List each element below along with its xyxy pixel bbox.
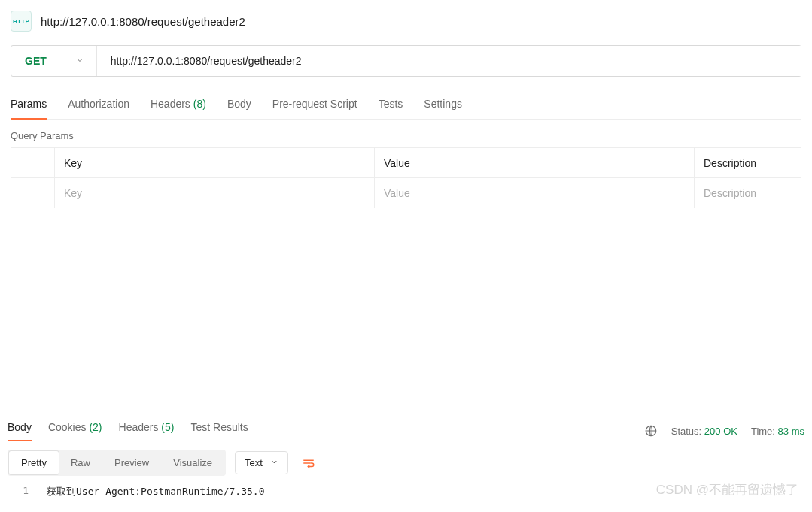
request-tabs: Params Authorization Headers (8) Body Pr… — [11, 98, 801, 120]
tab-headers-label: Headers — [151, 98, 190, 110]
value-header: Value — [375, 148, 695, 178]
tab-headers[interactable]: Headers (8) — [151, 98, 206, 119]
method-select[interactable]: GET — [11, 46, 97, 76]
response-body: 1 获取到User-Agent:PostmanRuntime/7.35.0 — [8, 485, 804, 498]
query-params-table: Key Value Description — [11, 147, 801, 208]
request-title-row: HTTP http://127.0.0.1:8080/request/gethe… — [11, 0, 801, 45]
status-value: 200 OK — [704, 426, 737, 437]
query-params-label: Query Params — [11, 130, 801, 141]
view-row: Pretty Raw Preview Visualize Text — [8, 450, 804, 476]
resp-tab-body[interactable]: Body — [8, 421, 32, 441]
chevron-down-icon — [75, 56, 84, 67]
http-badge-icon: HTTP — [11, 11, 32, 32]
time-label: Time: 83 ms — [751, 426, 804, 437]
view-pretty-button[interactable]: Pretty — [9, 451, 59, 474]
resp-tab-headers[interactable]: Headers (5) — [119, 421, 175, 441]
format-select[interactable]: Text — [235, 451, 288, 474]
tab-authorization[interactable]: Authorization — [68, 98, 129, 119]
wrap-icon — [302, 456, 315, 470]
tab-body[interactable]: Body — [227, 98, 251, 119]
description-input[interactable] — [704, 178, 801, 208]
key-header: Key — [55, 148, 375, 178]
time-label-text: Time: — [751, 426, 775, 437]
format-label: Text — [245, 457, 263, 468]
response-body-text[interactable]: 获取到User-Agent:PostmanRuntime/7.35.0 — [47, 485, 264, 498]
resp-tab-cookies-count: (2) — [89, 421, 102, 433]
line-number: 1 — [8, 485, 29, 498]
http-badge-text: HTTP — [13, 18, 29, 25]
tab-settings[interactable]: Settings — [424, 98, 462, 119]
view-segment: Pretty Raw Preview Visualize — [8, 450, 226, 476]
response-area: Body Cookies (2) Headers (5) Test Result… — [0, 421, 812, 512]
resp-tab-headers-label: Headers — [119, 421, 159, 433]
resp-tab-headers-count: (5) — [161, 421, 174, 433]
resp-tab-cookies-label: Cookies — [48, 421, 87, 433]
status-label: Status: 200 OK — [671, 426, 737, 437]
view-preview-button[interactable]: Preview — [102, 451, 161, 474]
view-visualize-button[interactable]: Visualize — [161, 451, 224, 474]
url-input[interactable] — [97, 46, 801, 76]
checkbox-header — [11, 148, 55, 178]
globe-icon[interactable] — [644, 424, 658, 438]
wrap-lines-button[interactable] — [296, 450, 321, 476]
tab-headers-count: (8) — [193, 98, 206, 110]
url-bar: GET — [11, 45, 801, 77]
response-tabs: Body Cookies (2) Headers (5) Test Result… — [8, 421, 248, 441]
tab-params[interactable]: Params — [11, 98, 47, 119]
request-title: http://127.0.0.1:8080/request/getheader2 — [41, 15, 245, 28]
table-row — [11, 178, 801, 208]
resp-tab-cookies[interactable]: Cookies (2) — [48, 421, 102, 441]
status-group: Status: 200 OK Time: 83 ms — [644, 424, 804, 438]
key-input[interactable] — [64, 178, 374, 208]
time-value: 83 ms — [778, 426, 804, 437]
view-raw-button[interactable]: Raw — [59, 451, 102, 474]
method-label: GET — [25, 55, 47, 67]
tab-prerequest[interactable]: Pre-request Script — [272, 98, 357, 119]
status-label-text: Status: — [671, 426, 701, 437]
value-input[interactable] — [384, 178, 694, 208]
tab-tests[interactable]: Tests — [379, 98, 403, 119]
chevron-down-icon — [270, 457, 278, 468]
resp-tab-test-results[interactable]: Test Results — [190, 421, 248, 441]
description-header: Description — [695, 148, 801, 178]
checkbox-cell[interactable] — [11, 178, 55, 208]
